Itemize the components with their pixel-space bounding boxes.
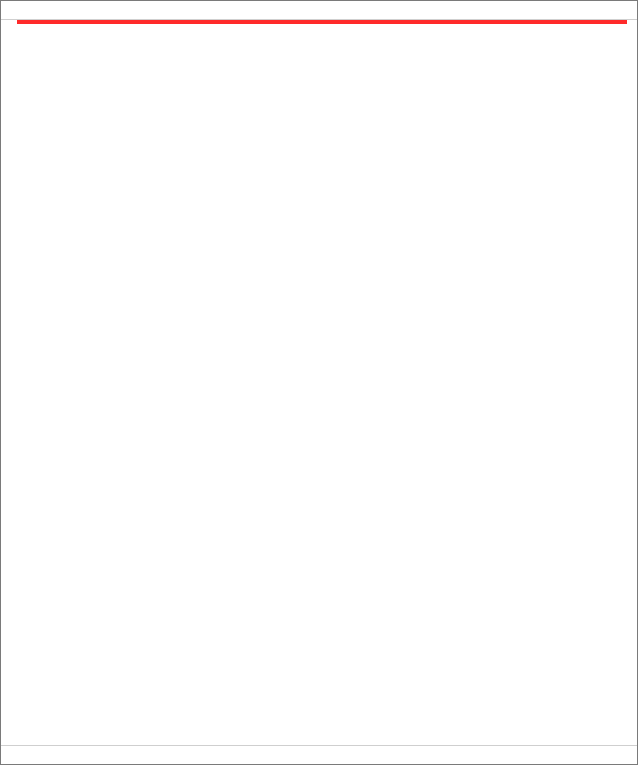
table-body [1,20,637,745]
footer [1,745,637,764]
cheat-table-window [0,0,638,765]
column-headers [1,1,637,20]
